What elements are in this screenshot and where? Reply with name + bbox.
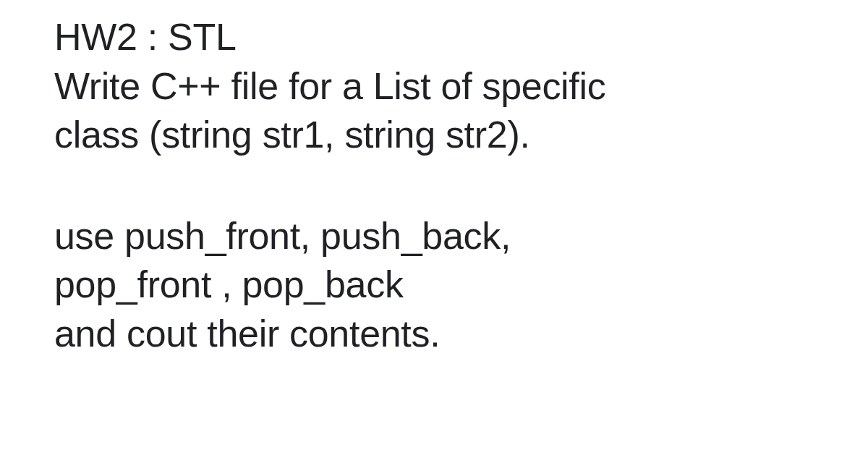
- line-5: pop_front , pop_back: [54, 260, 814, 310]
- paragraph-2: use push_front, push_back, pop_front , p…: [54, 212, 814, 359]
- line-6: and cout their contents.: [54, 310, 814, 359]
- line-2: Write C++ file for a List of specific: [54, 62, 814, 111]
- line-4: use push_front, push_back,: [54, 212, 814, 261]
- line-3: class (string str1, string str2).: [54, 111, 814, 160]
- line-1: HW2 : STL: [54, 13, 814, 62]
- paragraph-1: HW2 : STL Write C++ file for a List of s…: [54, 13, 814, 160]
